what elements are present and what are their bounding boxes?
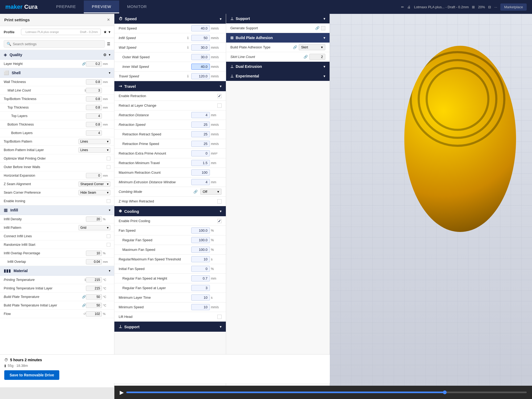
bottom-thickness-value[interactable]: 0.8 bbox=[86, 122, 102, 127]
profile-select[interactable]: Lotmaxx PLA plus orange Draft - 0.2mm bbox=[21, 29, 101, 35]
top-bottom-pattern-select[interactable]: Lines ▾ bbox=[78, 139, 110, 144]
retract-layer-change-checkbox[interactable] bbox=[217, 103, 222, 108]
menu-icon[interactable]: ☰ bbox=[107, 42, 110, 46]
infill-pattern-select[interactable]: Grid ▾ bbox=[78, 225, 110, 230]
min-layer-time-value[interactable]: 10 bbox=[191, 294, 210, 301]
generate-support-checkbox[interactable] bbox=[321, 26, 325, 30]
combing-mode-select[interactable]: Off ▾ bbox=[200, 189, 222, 195]
build-plate-temp-link-icon[interactable]: 🔗 bbox=[82, 295, 86, 299]
z-hop-retracted-checkbox[interactable] bbox=[217, 199, 222, 203]
enable-print-cooling-checkbox[interactable]: ✓ bbox=[217, 219, 222, 223]
fan-speed-at-layer-value[interactable]: 3 bbox=[191, 285, 210, 291]
travel-speed-info-icon[interactable]: ℹ bbox=[187, 74, 189, 78]
fan-speed-value[interactable]: 100.0 bbox=[191, 227, 210, 234]
retraction-min-travel-value[interactable]: 1.5 bbox=[191, 160, 210, 166]
wall-thickness-value[interactable]: 0.8 bbox=[86, 79, 102, 85]
retraction-prime-speed-value[interactable]: 25 bbox=[191, 141, 210, 147]
print-speed-value[interactable]: 40.0 bbox=[191, 25, 210, 31]
initial-fan-speed-value[interactable]: 0 bbox=[191, 266, 210, 272]
cooling-chevron-icon[interactable]: ▾ bbox=[220, 209, 222, 213]
experimental-chevron-icon[interactable]: ▾ bbox=[323, 74, 325, 78]
enable-retraction-checkbox[interactable]: ✓ bbox=[217, 94, 222, 98]
retraction-distance-value[interactable]: 4 bbox=[191, 112, 210, 118]
timeline-track[interactable] bbox=[126, 392, 527, 393]
retraction-speed-value[interactable]: 25 bbox=[191, 122, 210, 128]
wall-line-count-value[interactable]: 3 bbox=[86, 88, 102, 93]
infill-speed-value[interactable]: 50 bbox=[191, 35, 210, 41]
lift-head-checkbox[interactable] bbox=[217, 315, 222, 319]
shell-section-header[interactable]: ⬜ Shell ▾ bbox=[0, 68, 114, 78]
material-section-header[interactable]: ▮▮▮ Material ▾ bbox=[0, 266, 114, 276]
outer-inner-walls-checkbox[interactable] bbox=[107, 165, 110, 169]
top-bottom-thickness-value[interactable]: 0.8 bbox=[86, 96, 102, 102]
generate-support-link-icon[interactable]: 🔗 bbox=[315, 26, 319, 30]
bottom-layers-value[interactable]: 4 bbox=[86, 130, 102, 136]
skirt-line-count-value[interactable]: 2 bbox=[309, 54, 325, 60]
dual-extrusion-header[interactable]: ⊥ Dual Extrusion ▾ bbox=[226, 62, 330, 71]
cooling-section-header[interactable]: ❄ Cooling ▾ bbox=[114, 206, 226, 216]
build-plate-adhesion-header[interactable]: ⊞ Build Plate Adhesion ▾ bbox=[226, 33, 330, 43]
timeline-dot[interactable] bbox=[443, 390, 447, 394]
optimize-wall-checkbox[interactable] bbox=[107, 157, 110, 160]
fan-speed-threshold-value[interactable]: 10 bbox=[191, 256, 210, 262]
mid-support-chevron-icon[interactable]: ▾ bbox=[220, 325, 222, 329]
retraction-retract-speed-value[interactable]: 25 bbox=[191, 131, 210, 137]
marketplace-btn[interactable]: Marketplace bbox=[500, 3, 527, 11]
chevron-down-icon[interactable]: ▾ bbox=[109, 30, 110, 34]
build-plate-temp-value[interactable]: 50 bbox=[86, 294, 102, 300]
speed-section-header[interactable]: ⏱ Speed ▾ bbox=[114, 14, 226, 24]
regular-fan-speed-value[interactable]: 100.0 bbox=[191, 237, 210, 243]
top-layers-value[interactable]: 4 bbox=[86, 113, 102, 119]
min-extrusion-window-value[interactable]: 4 bbox=[191, 179, 210, 185]
infill-chevron-icon[interactable]: ▾ bbox=[109, 208, 110, 212]
pencil-icon[interactable]: ✏ bbox=[401, 5, 404, 9]
z-seam-select[interactable]: Sharpest Corner ▾ bbox=[78, 181, 110, 187]
printing-temp-value[interactable]: 215 bbox=[86, 277, 102, 282]
build-plate-temp-initial-link-icon[interactable]: 🔗 bbox=[82, 304, 86, 307]
horizontal-expansion-value[interactable]: 0 bbox=[86, 173, 102, 178]
quality-gear-icon[interactable]: ⚙ bbox=[103, 53, 107, 57]
play-button[interactable]: ▶ bbox=[120, 389, 124, 396]
inner-wall-speed-value[interactable]: 40.0 bbox=[191, 64, 210, 70]
printing-temp-initial-value[interactable]: 215 bbox=[86, 286, 102, 291]
max-fan-speed-value[interactable]: 100.0 bbox=[191, 247, 210, 253]
infill-density-value[interactable]: 20 bbox=[86, 217, 102, 222]
search-input-wrap[interactable]: 🔍 bbox=[4, 40, 105, 48]
quality-chevron-icon[interactable]: ▾ bbox=[109, 53, 110, 57]
flow-reset-icon[interactable]: ↺ bbox=[83, 312, 86, 316]
travel-section-header[interactable]: ⇢ Travel ▾ bbox=[114, 81, 226, 91]
seam-corner-select[interactable]: Hide Seam ▾ bbox=[78, 190, 110, 195]
combing-mode-link-icon[interactable]: 🔗 bbox=[193, 190, 198, 194]
skirt-line-count-link-icon[interactable]: 🔗 bbox=[304, 55, 308, 59]
infill-overlap-value[interactable]: 0.04 bbox=[86, 259, 102, 264]
layer-height-value[interactable]: 0.2 bbox=[86, 61, 102, 66]
retraction-extra-prime-value[interactable]: 0 bbox=[191, 150, 210, 156]
connect-infill-checkbox[interactable] bbox=[107, 234, 110, 238]
right-support-header[interactable]: ⊥ Support ▾ bbox=[226, 14, 330, 23]
search-input[interactable] bbox=[13, 42, 102, 46]
star-icon[interactable]: ★ bbox=[103, 30, 107, 34]
infill-section-header[interactable]: ▦ Infill ▾ bbox=[0, 205, 114, 215]
right-support-chevron-icon[interactable]: ▾ bbox=[323, 16, 325, 21]
min-speed-value[interactable]: 10 bbox=[191, 304, 210, 310]
dual-extrusion-chevron-icon[interactable]: ▾ bbox=[323, 64, 325, 69]
infill-speed-info-icon[interactable]: ℹ bbox=[187, 36, 189, 40]
nav-prepare[interactable]: PREPARE bbox=[48, 1, 84, 13]
mid-support-section-header[interactable]: ⊥ Support ▾ bbox=[114, 322, 226, 332]
material-chevron-icon[interactable]: ▾ bbox=[109, 269, 110, 273]
max-retraction-count-value[interactable]: 100 bbox=[191, 169, 210, 176]
fan-speed-at-height-value[interactable]: 0.7 bbox=[191, 275, 210, 281]
build-plate-adhesion-type-link-icon[interactable]: 🔗 bbox=[293, 45, 297, 49]
flow-value[interactable]: 102 bbox=[86, 311, 102, 317]
bottom-pattern-initial-select[interactable]: Lines ▾ bbox=[78, 147, 110, 153]
outer-wall-speed-value[interactable]: 30.0 bbox=[191, 54, 210, 60]
dots-icon[interactable]: ··· bbox=[494, 5, 497, 9]
experimental-header[interactable]: ⊥ Experimental ▾ bbox=[226, 71, 330, 81]
nav-monitor[interactable]: MONITOR bbox=[119, 1, 155, 13]
randomize-infill-checkbox[interactable] bbox=[107, 243, 110, 247]
close-button[interactable]: × bbox=[107, 17, 110, 23]
build-plate-adhesion-chevron-icon[interactable]: ▾ bbox=[323, 36, 325, 40]
shell-chevron-icon[interactable]: ▾ bbox=[109, 71, 110, 75]
wall-speed-info-icon[interactable]: ℹ bbox=[187, 45, 189, 49]
link-icon[interactable]: 🔗 bbox=[82, 62, 86, 66]
